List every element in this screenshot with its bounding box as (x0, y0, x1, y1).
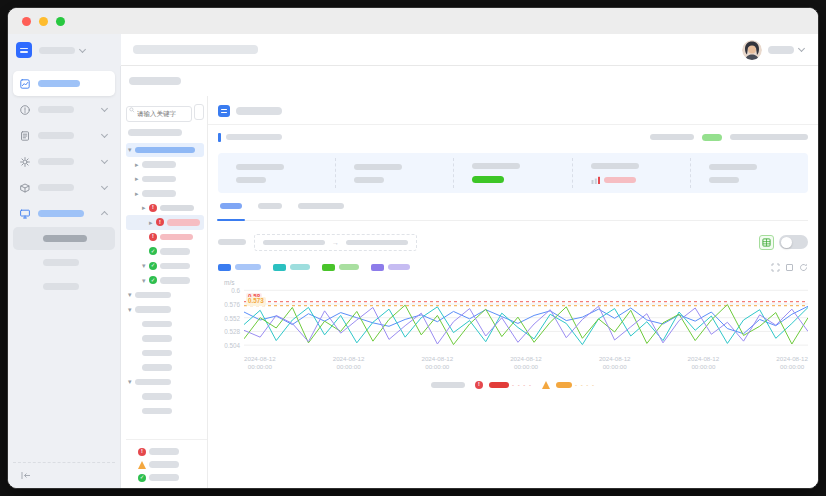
tree-node-12[interactable] (126, 317, 204, 332)
range-end-placeholder (346, 240, 408, 245)
legend-item-3[interactable] (371, 264, 410, 271)
placeholder-bar (142, 190, 176, 197)
sidebar-item-4[interactable] (13, 175, 115, 200)
tree-node-10[interactable]: ▾ (126, 288, 204, 303)
tree-node-9[interactable]: ▾✓ (126, 273, 204, 288)
sidebar-subitem-1[interactable] (13, 251, 115, 274)
placeholder-bar (142, 335, 172, 342)
tree-title-placeholder (128, 129, 182, 136)
success-icon: ✓ (149, 276, 157, 284)
tree-node-6[interactable]: ! (126, 230, 204, 245)
sidebar-item-3[interactable] (13, 149, 115, 174)
caret-right-icon[interactable]: ▸ (142, 204, 149, 211)
date-range-picker[interactable]: → (254, 234, 417, 251)
sidebar-item-0[interactable] (13, 71, 115, 96)
tree-node-4[interactable]: ▸! (126, 201, 204, 216)
caret-down-icon[interactable]: ▾ (142, 277, 149, 284)
tab-1[interactable] (258, 195, 282, 220)
tree-node-13[interactable] (126, 331, 204, 346)
tree-node-15[interactable] (126, 360, 204, 375)
tree-node-8[interactable]: ▾✓ (126, 259, 204, 274)
app-logo[interactable] (16, 42, 32, 58)
placeholder-bar (149, 474, 179, 481)
sidebar-item-2[interactable] (13, 123, 115, 148)
zoom-window-button[interactable] (56, 17, 65, 26)
tree-node-5[interactable]: ▸! (126, 215, 204, 230)
tree-node-14[interactable] (126, 346, 204, 361)
placeholder-bar (388, 264, 410, 270)
stat-column-4 (690, 158, 808, 188)
device-tree-panel: ▾▸▸▸▸!▸!!✓▾✓▾✓▾▾▾ !✓ (121, 96, 208, 488)
legend-item-2[interactable] (322, 264, 359, 271)
threshold-legend-warning: - - - - (542, 381, 595, 389)
placeholder-bar (149, 448, 179, 455)
sidebar-subitem-0[interactable] (13, 227, 115, 250)
placeholder-bar (591, 163, 639, 169)
sidebar-item-1[interactable] (13, 97, 115, 122)
auto-refresh-toggle[interactable] (779, 235, 808, 249)
caret-down-icon[interactable]: ▾ (128, 291, 135, 298)
placeholder-bar (258, 203, 282, 209)
tree-node-7[interactable]: ✓ (126, 244, 204, 259)
section-title-placeholder (226, 134, 282, 140)
placeholder-bar (431, 382, 465, 388)
status-legend-warning (138, 458, 204, 471)
sidebar-item-5[interactable] (13, 201, 115, 226)
close-window-button[interactable] (22, 17, 31, 26)
caret-right-icon[interactable]: ▸ (135, 161, 142, 168)
line-chart: m/s 0.5040.5280.5520.5760.60.580.573 202… (218, 279, 808, 372)
caret-right-icon[interactable]: ▸ (149, 219, 156, 226)
fullscreen-icon[interactable] (771, 263, 780, 272)
caret-right-icon[interactable]: ▸ (135, 190, 142, 197)
tree-node-3[interactable]: ▸ (126, 186, 204, 201)
tab-2[interactable] (298, 195, 344, 220)
error-icon: ! (475, 381, 483, 389)
caret-down-icon[interactable]: ▾ (128, 146, 135, 153)
user-avatar[interactable] (742, 40, 762, 60)
stat-column-0 (218, 158, 335, 188)
minimize-window-button[interactable] (39, 17, 48, 26)
tree-node-17[interactable] (126, 389, 204, 404)
tree-node-18[interactable] (126, 404, 204, 419)
global-search-input[interactable] (133, 45, 258, 54)
user-menu-chevron-icon[interactable] (798, 45, 805, 52)
error-icon: ! (138, 448, 146, 456)
stats-summary-bar (218, 153, 808, 193)
window-icon[interactable] (786, 264, 793, 271)
legend-swatch (218, 264, 231, 271)
tree-collapse-button[interactable] (194, 104, 204, 120)
success-icon: ✓ (149, 247, 157, 255)
tree-node-0[interactable]: ▾ (126, 143, 204, 158)
app-window: ▾▸▸▸▸!▸!!✓▾✓▾✓▾▾▾ !✓ (7, 7, 819, 489)
sidebar-subitem-2[interactable] (13, 275, 115, 298)
caret-down-icon[interactable]: ▾ (142, 262, 149, 269)
chevron-down-icon[interactable] (79, 45, 86, 52)
legend-item-1[interactable] (273, 264, 310, 271)
export-table-icon[interactable] (759, 235, 774, 250)
y-tick-label: 0.576 (224, 301, 240, 308)
chart-plot[interactable] (244, 288, 808, 352)
collapse-sidebar-icon[interactable] (21, 471, 31, 480)
x-tick-label: 2024-08-1200:00:00 (599, 355, 631, 372)
chevron-down-icon (101, 157, 108, 164)
legend-item-0[interactable] (218, 264, 261, 271)
tree-search-input[interactable] (126, 106, 192, 122)
primary-sidebar (8, 66, 121, 488)
refresh-icon[interactable] (799, 263, 808, 272)
caret-right-icon[interactable]: ▸ (135, 175, 142, 182)
warning-icon (138, 461, 146, 469)
tree-node-11[interactable]: ▾ (126, 302, 204, 317)
tree-node-2[interactable]: ▸ (126, 172, 204, 187)
placeholder-bar (354, 177, 384, 183)
divider (208, 124, 818, 125)
warning-icon (542, 381, 550, 389)
placeholder-bar (38, 158, 74, 165)
tab-0[interactable] (220, 195, 242, 220)
caret-down-icon[interactable]: ▾ (128, 306, 135, 313)
chart-legend (218, 264, 422, 271)
tree-node-16[interactable]: ▾ (126, 375, 204, 390)
tree-node-1[interactable]: ▸ (126, 157, 204, 172)
caret-down-icon[interactable]: ▾ (128, 378, 135, 385)
x-tick-label: 2024-08-1200:00:00 (244, 355, 276, 372)
placeholder-bar (160, 205, 194, 212)
